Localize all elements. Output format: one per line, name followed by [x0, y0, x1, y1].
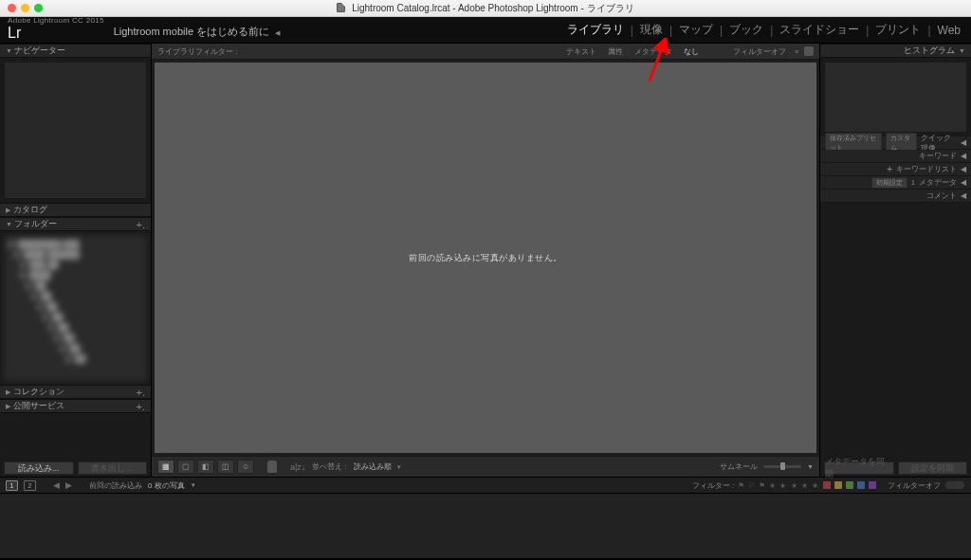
mac-window-controls	[0, 4, 43, 12]
chevron-down-icon[interactable]: ▼	[396, 464, 402, 470]
module-develop[interactable]: 現像	[639, 20, 664, 40]
filter-lock-icon[interactable]	[804, 46, 814, 56]
separator: |	[866, 24, 869, 37]
module-library[interactable]: ライブラリ	[566, 20, 625, 40]
toolbar-menu-icon[interactable]: ▼	[807, 463, 814, 470]
chevron-left-icon: ◀	[275, 29, 280, 36]
add-publish-icon[interactable]: +.	[137, 401, 145, 412]
flag-rejected-icon[interactable]: ⚑	[759, 481, 765, 490]
painter-tool[interactable]	[266, 460, 279, 474]
second-window-button[interactable]: 2	[24, 480, 36, 491]
plus-icon[interactable]: +	[887, 164, 892, 174]
filmstrip[interactable]	[0, 493, 971, 559]
film-filter-off[interactable]: フィルターオフ	[888, 480, 941, 491]
survey-view-button[interactable]: ◫	[217, 460, 234, 474]
collections-header[interactable]: ▶ コレクション +.	[0, 385, 151, 399]
keyword-list-label: キーワードリスト	[896, 164, 957, 174]
filter-tab-metadata[interactable]: メタデータ	[632, 46, 675, 57]
sync-settings-button[interactable]: 設定を同期	[898, 461, 968, 475]
triangle-right-icon: ▶	[6, 403, 10, 409]
filter-tab-text[interactable]: テキスト	[563, 46, 599, 57]
navigator-label: ナビゲーター	[14, 45, 65, 55]
app-logo: Adobe Lightroom CC 2015 Lr	[0, 18, 112, 42]
photo-count: 0 枚の写真	[148, 480, 185, 491]
comments-row[interactable]: コメント ◀	[820, 190, 971, 203]
module-map[interactable]: マップ	[678, 20, 714, 40]
nav-forward-icon[interactable]: ▶	[65, 480, 72, 490]
add-folder-icon[interactable]: +.	[137, 219, 145, 230]
folders-header[interactable]: ▼ フォルダー +.	[0, 217, 151, 231]
label-red[interactable]	[823, 481, 831, 489]
keyword-list-row[interactable]: + キーワードリスト ◀	[820, 163, 971, 176]
filter-preset-dropdown-icon[interactable]: ≡	[795, 48, 798, 55]
triangle-left-icon: ◀	[961, 191, 966, 200]
sync-metadata-button[interactable]: メタデータを同期	[824, 461, 894, 475]
navigator-preview[interactable]	[4, 62, 147, 199]
histogram-display[interactable]	[824, 62, 967, 133]
add-collection-icon[interactable]: +.	[137, 387, 145, 398]
label-purple[interactable]	[869, 481, 876, 489]
sort-value[interactable]: 読み込み順	[354, 461, 392, 472]
rating-filter[interactable]: ★ ★ ★ ★ ★	[769, 481, 819, 490]
main-window-button[interactable]: 1	[6, 480, 18, 491]
folder-tree[interactable]: ████████ ███ ████ ██████ ███ ██ ████ ██ …	[3, 234, 148, 382]
right-panel: ヒストグラム ▼ 保存済みプリセット カスタム クイック現像 ◀ キーワード ◀…	[819, 44, 971, 477]
keyword-label: キーワード	[919, 151, 957, 161]
import-button[interactable]: 読み込み...	[4, 461, 74, 475]
module-print[interactable]: プリント	[874, 20, 922, 40]
thumbnail-size-slider[interactable]	[763, 465, 801, 468]
toolbar: ▦ ▢ ◧ ◫ ☺ a|z↓ 並べ替え : 読み込み順 ▼ サムネール ▼	[152, 456, 819, 477]
navigator-header[interactable]: ▼ ナビゲーター	[0, 44, 151, 58]
center-panel: ライブラリフィルター : テキスト 属性 メタデータ なし フィルターオフ ≡ …	[152, 44, 819, 477]
keyword-row[interactable]: キーワード ◀	[820, 150, 971, 163]
flag-picked-icon[interactable]: ⚑	[738, 481, 744, 490]
grid-view[interactable]: 前回の読み込みに写真がありません。	[155, 63, 816, 453]
module-slideshow[interactable]: スライドショー	[779, 20, 860, 40]
triangle-left-icon[interactable]: ◀	[961, 138, 966, 147]
mobile-tagline[interactable]: Lightroom mobile をはじめる前に ◀	[114, 25, 281, 39]
publish-label: 公開サービス	[13, 401, 64, 410]
metadata-row[interactable]: 初期設定 1 メタデータ ◀	[820, 176, 971, 190]
empty-message: 前回の読み込みに写真がありません。	[409, 252, 562, 264]
catalog-header[interactable]: ▶ カタログ	[0, 203, 151, 217]
histogram-header[interactable]: ヒストグラム ▼	[820, 44, 971, 58]
flag-unflagged-icon[interactable]: ⚐	[748, 481, 755, 490]
grid-view-button[interactable]: ▦	[157, 460, 174, 474]
left-panel: ▼ ナビゲーター ▶ カタログ ▼ フォルダー +. ████████ ███ …	[0, 44, 152, 477]
tagline-text: Lightroom mobile をはじめる前に	[114, 26, 269, 37]
module-book[interactable]: ブック	[728, 20, 764, 40]
triangle-down-icon: ▼	[6, 47, 12, 54]
zoom-window-button[interactable]	[34, 4, 43, 12]
comments-label: コメント	[926, 190, 957, 201]
label-green[interactable]	[846, 481, 853, 489]
app-body: ▼ ナビゲーター ▶ カタログ ▼ フォルダー +. ████████ ███ …	[0, 44, 971, 477]
label-blue[interactable]	[857, 481, 865, 489]
nav-back-icon[interactable]: ◀	[53, 480, 60, 490]
module-web[interactable]: Web	[937, 22, 962, 39]
separator: |	[631, 24, 633, 37]
source-label[interactable]: 前回の読み込み	[89, 480, 142, 491]
filter-toggle[interactable]	[944, 480, 965, 490]
compare-view-button[interactable]: ◧	[197, 460, 214, 474]
triangle-right-icon: ▶	[6, 207, 10, 213]
label-yellow[interactable]	[834, 481, 842, 489]
publish-header[interactable]: ▶ 公開サービス +.	[0, 399, 151, 413]
catalog-label: カタログ	[13, 205, 47, 214]
triangle-left-icon: ◀	[961, 152, 966, 160]
loupe-view-button[interactable]: ▢	[177, 460, 194, 474]
preset-badge[interactable]: 初期設定	[871, 177, 907, 189]
chevron-down-icon[interactable]: ▼	[191, 482, 196, 488]
filter-off[interactable]: フィルターオフ	[730, 46, 789, 57]
mac-titlebar: Lightroom Catalog.lrcat - Adobe Photosho…	[0, 0, 971, 17]
filter-tab-attribute[interactable]: 属性	[605, 46, 626, 57]
close-window-button[interactable]	[8, 4, 16, 12]
window-title-text: Lightroom Catalog.lrcat - Adobe Photosho…	[352, 3, 633, 13]
filter-tab-none[interactable]: なし	[681, 46, 702, 57]
minimize-window-button[interactable]	[21, 4, 29, 12]
sort-direction-icon[interactable]: a|z↓	[290, 462, 305, 472]
filmstrip-header: 1 2 ◀ ▶ 前回の読み込み 0 枚の写真 ▼ フィルター : ⚑ ⚐ ⚑ ★…	[0, 477, 971, 493]
people-view-button[interactable]: ☺	[237, 460, 254, 474]
export-button[interactable]: 書き出し...	[78, 461, 148, 475]
metadata-label: メタデータ	[919, 177, 957, 188]
triangle-left-icon: ◀	[961, 165, 966, 173]
